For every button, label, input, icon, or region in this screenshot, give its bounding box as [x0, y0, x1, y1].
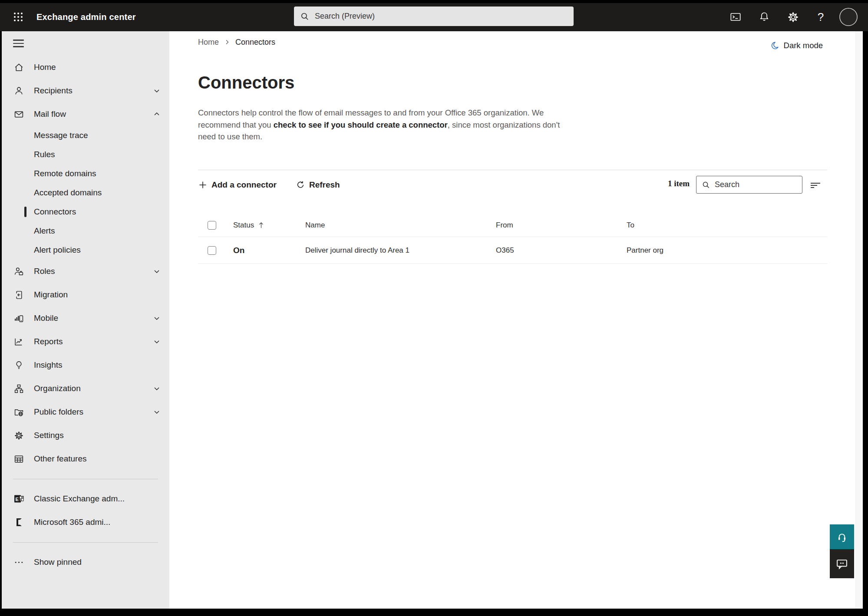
description-emphasis: check to see if you should create a conn… — [274, 120, 448, 129]
sidebar-item-label: Mobile — [34, 313, 153, 323]
support-headset-button[interactable] — [830, 524, 854, 549]
filter-sort-icon[interactable] — [807, 179, 824, 192]
sidebar-item-accepted-domains[interactable]: Accepted domains — [2, 183, 169, 202]
sidebar-item-message-trace[interactable]: Message trace — [2, 126, 169, 145]
row-checkbox[interactable] — [208, 246, 216, 255]
notifications-bell-icon[interactable] — [755, 7, 774, 26]
column-header-status[interactable]: Status — [233, 221, 254, 230]
chevron-down-icon[interactable] — [153, 314, 161, 322]
connector-from: O365 — [496, 246, 627, 255]
dark-mode-toggle[interactable]: Dark mode — [769, 40, 823, 51]
connector-status: On — [233, 246, 244, 255]
sidebar-item-mobile[interactable]: Mobile — [2, 306, 169, 330]
list-search-input[interactable] — [715, 180, 797, 189]
sidebar-item-label: Public folders — [34, 407, 153, 417]
sidebar-item-label: Mail flow — [34, 109, 153, 119]
sidebar-item-public-folders[interactable]: Public folders — [2, 400, 169, 424]
sidebar-item-recipients[interactable]: Recipients — [2, 79, 169, 102]
org-chart-icon — [14, 384, 24, 394]
column-header-name[interactable]: Name — [305, 221, 496, 230]
collapse-menu-icon[interactable] — [2, 31, 169, 56]
person-icon — [14, 86, 24, 96]
breadcrumb-current: Connectors — [235, 38, 275, 47]
sidebar-item-label: Connectors — [34, 207, 169, 217]
sidebar-item-label: Classic Exchange adm... — [34, 494, 169, 504]
table-row[interactable]: On Deliver journal directly to Area 1 O3… — [198, 237, 827, 264]
dark-mode-label: Dark mode — [784, 41, 823, 50]
sidebar-item-label: Recipients — [34, 86, 153, 96]
sidebar-item-label: Message trace — [34, 131, 169, 140]
sidebar-item-show-pinned[interactable]: Show pinned — [2, 550, 169, 574]
sidebar-item-mail-flow[interactable]: Mail flow — [2, 102, 169, 126]
chevron-up-icon[interactable] — [153, 110, 161, 118]
column-header-to[interactable]: To — [627, 221, 827, 230]
chevron-down-icon[interactable] — [153, 267, 161, 275]
sidebar-item-remote-domains[interactable]: Remote domains — [2, 164, 169, 183]
chevron-down-icon[interactable] — [153, 87, 161, 95]
list-search-box[interactable] — [696, 176, 802, 194]
connectors-table: Status Name From To On Deliver journal d… — [198, 214, 827, 264]
select-all-checkbox[interactable] — [208, 221, 216, 230]
chevron-down-icon[interactable] — [153, 408, 161, 416]
chevron-down-icon[interactable] — [153, 338, 161, 346]
connector-to: Partner org — [627, 246, 827, 255]
table-grid-icon — [14, 454, 24, 464]
sidebar-divider — [13, 479, 158, 479]
search-icon — [702, 181, 710, 189]
sidebar-item-microsoft-365-admin[interactable]: Microsoft 365 admi... — [2, 511, 169, 534]
reports-chart-icon — [14, 337, 24, 347]
app-launcher-icon[interactable] — [9, 6, 28, 28]
connector-name[interactable]: Deliver journal directly to Area 1 — [305, 246, 496, 255]
column-header-from[interactable]: From — [496, 221, 627, 230]
moon-icon — [769, 41, 779, 51]
sidebar-item-alert-policies[interactable]: Alert policies — [2, 240, 169, 260]
sidebar-item-other-features[interactable]: Other features — [2, 447, 169, 471]
sort-ascending-icon[interactable] — [258, 221, 264, 229]
sidebar-item-roles[interactable]: Roles — [2, 260, 169, 283]
chevron-down-icon[interactable] — [153, 385, 161, 392]
classic-exchange-logo-icon: E — [14, 494, 24, 504]
global-search-input[interactable] — [315, 12, 568, 21]
sidebar-item-home[interactable]: Home — [2, 56, 169, 79]
feedback-chat-button[interactable] — [830, 549, 854, 578]
svg-text:E: E — [16, 497, 19, 502]
folder-globe-icon — [14, 407, 24, 417]
selected-indicator — [24, 207, 26, 217]
sidebar-item-organization[interactable]: Organization — [2, 377, 169, 400]
add-connector-button[interactable]: Add a connector — [198, 180, 277, 190]
refresh-button[interactable]: Refresh — [296, 180, 340, 190]
sidebar-item-migration[interactable]: Migration — [2, 283, 169, 306]
home-icon — [14, 63, 24, 72]
sidebar-item-insights[interactable]: Insights — [2, 353, 169, 377]
vertical-scrollbar[interactable] — [855, 31, 863, 609]
command-bar: Add a connector Refresh — [198, 176, 340, 194]
sidebar-item-label: Migration — [34, 290, 169, 300]
lightbulb-icon — [14, 360, 24, 370]
sidebar-item-label: Roles — [34, 267, 153, 276]
sidebar-item-label: Home — [34, 63, 169, 72]
sidebar-item-rules[interactable]: Rules — [2, 145, 169, 164]
sidebar-item-label: Accepted domains — [34, 188, 169, 198]
items-count: 1 item — [648, 179, 690, 188]
roles-person-briefcase-icon — [14, 267, 24, 277]
add-connector-label: Add a connector — [211, 180, 277, 190]
sidebar-item-label: Other features — [34, 454, 169, 464]
sidebar-item-reports[interactable]: Reports — [2, 330, 169, 353]
sidebar-item-label: Alerts — [34, 226, 169, 236]
global-search-box[interactable] — [294, 7, 574, 26]
settings-gear-icon[interactable] — [783, 7, 802, 26]
microsoft-365-logo-icon — [14, 517, 24, 527]
account-avatar[interactable] — [839, 7, 858, 26]
powershell-terminal-icon[interactable] — [726, 7, 745, 26]
breadcrumb: Home Connectors — [198, 37, 275, 47]
sidebar-item-connectors[interactable]: Connectors — [2, 202, 169, 221]
sidebar-item-alerts[interactable]: Alerts — [2, 221, 169, 240]
help-icon[interactable]: ? — [811, 7, 830, 26]
sidebar-divider — [13, 542, 158, 543]
breadcrumb-home-link[interactable]: Home — [198, 38, 219, 47]
toolbar-divider — [198, 170, 827, 170]
sidebar-item-classic-exchange-admin[interactable]: E Classic Exchange adm... — [2, 487, 169, 511]
sidebar-item-settings[interactable]: Settings — [2, 424, 169, 447]
mail-icon — [14, 109, 24, 119]
gear-icon — [14, 431, 24, 441]
